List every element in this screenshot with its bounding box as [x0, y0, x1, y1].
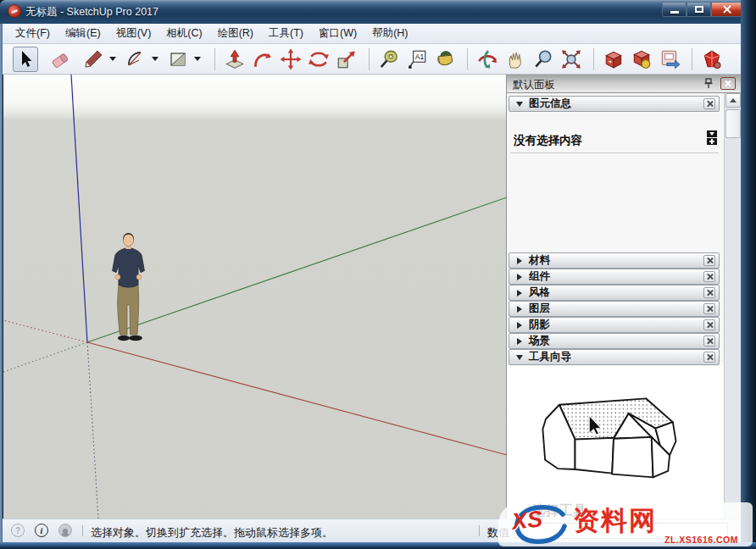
section-label: 风格: [529, 286, 550, 300]
pin-icon[interactable]: [703, 78, 714, 89]
window-border: [0, 24, 3, 542]
title-bar: 无标题 - SketchUp Pro 2017: [0, 0, 756, 24]
section-close-button[interactable]: [703, 255, 715, 266]
extension-warehouse-gem-icon: [701, 48, 723, 70]
entity-info-close-button[interactable]: [703, 98, 715, 109]
watermark-url: ZL.XS1616.COM: [664, 535, 738, 545]
rotate-tool-button[interactable]: [306, 47, 331, 72]
plus-icon: [709, 139, 714, 144]
close-button[interactable]: [711, 2, 743, 17]
select-icon: [15, 49, 36, 69]
follow-me-tool-button[interactable]: [250, 47, 275, 72]
layout-sheet-icon: [659, 48, 681, 70]
section-label: 阴影: [529, 318, 550, 332]
move-icon: [280, 48, 302, 70]
menu-edit[interactable]: 编辑(E): [58, 25, 108, 42]
zoom-tool-button[interactable]: [531, 47, 556, 72]
model-viewport[interactable]: [3, 75, 507, 518]
section-shadows[interactable]: 阴影: [509, 317, 720, 333]
chevron-up-icon: [730, 98, 737, 103]
menu-draw[interactable]: 绘图(R): [210, 25, 261, 42]
pan-tool-button[interactable]: [503, 47, 528, 72]
extension-warehouse-button[interactable]: [699, 47, 725, 72]
section-layers[interactable]: 图层: [509, 301, 720, 317]
menu-view[interactable]: 视图(V): [108, 25, 159, 42]
tray-title: 默认面板: [513, 78, 555, 92]
text-tool-button[interactable]: A1: [404, 47, 430, 72]
close-icon: [707, 354, 713, 360]
entity-info-header[interactable]: 图元信息: [509, 96, 720, 112]
push-pull-tool-button[interactable]: [222, 47, 247, 72]
menu-bar: 文件(F) 编辑(E) 视图(V) 相机(C) 绘图(R) 工具(T) 窗口(W…: [3, 24, 741, 44]
line-tool-dropdown[interactable]: [109, 57, 116, 61]
section-close-button[interactable]: [703, 319, 715, 330]
tray-title-bar[interactable]: 默认面板: [507, 75, 741, 93]
rectangle-tool-dropdown[interactable]: [194, 57, 201, 61]
status-hint: 选择对象。切换到扩充选择。拖动鼠标选择多项。: [91, 525, 333, 541]
arc-tool-button[interactable]: [123, 47, 148, 72]
tray-close-button[interactable]: [720, 77, 736, 90]
section-instructor[interactable]: 工具向导: [509, 349, 720, 365]
entity-info-details-toggle[interactable]: [707, 130, 717, 145]
select-tool-button[interactable]: [13, 47, 38, 72]
menu-window[interactable]: 窗口(W): [311, 25, 364, 42]
credits-info-icon[interactable]: i: [35, 524, 48, 537]
close-icon: [723, 5, 731, 14]
3d-warehouse-button[interactable]: [601, 47, 626, 72]
section-close-button[interactable]: [703, 336, 715, 347]
chevron-right-icon: [517, 306, 522, 313]
close-icon: [707, 258, 713, 263]
move-tool-button[interactable]: [278, 47, 303, 72]
section-materials[interactable]: 材料: [509, 252, 720, 269]
menu-file[interactable]: 文件(F): [8, 25, 58, 42]
arc-tool-dropdown[interactable]: [152, 57, 158, 61]
sign-in-avatar-icon[interactable]: [58, 524, 72, 537]
scale-icon: [336, 48, 358, 70]
section-label: 工具向导: [529, 350, 571, 364]
section-styles[interactable]: 风格: [509, 285, 720, 301]
scrollbar-thumb[interactable]: [725, 109, 741, 138]
minimize-button[interactable]: [662, 2, 687, 17]
maximize-button[interactable]: [687, 2, 711, 17]
scrollbar-up-button[interactable]: [725, 93, 741, 108]
eraser-tool-button[interactable]: [47, 47, 73, 72]
line-tool-button[interactable]: [81, 47, 106, 72]
toolbar-separator: [692, 48, 692, 70]
follow-me-icon: [252, 48, 274, 70]
section-close-button[interactable]: [703, 271, 715, 282]
entity-info-label: 图元信息: [529, 97, 571, 111]
section-components[interactable]: 组件: [509, 269, 720, 285]
menu-help[interactable]: 帮助(H): [364, 25, 415, 42]
menu-camera[interactable]: 相机(C): [158, 25, 209, 42]
maximize-icon: [695, 6, 703, 13]
tape-measure-tool-button[interactable]: [376, 47, 402, 72]
section-close-button[interactable]: [703, 303, 715, 314]
pencil-icon: [83, 49, 103, 69]
send-to-layout-button[interactable]: [657, 47, 682, 72]
rectangle-icon: [168, 49, 188, 69]
scale-tool-button[interactable]: [334, 47, 359, 72]
menu-tools[interactable]: 工具(T): [261, 25, 311, 42]
paint-bucket-tool-button[interactable]: [432, 47, 458, 72]
close-icon: [707, 306, 713, 312]
zoom-extents-tool-button[interactable]: [559, 47, 584, 72]
tape-measure-icon: [378, 48, 400, 70]
rectangle-tool-button[interactable]: [165, 47, 191, 72]
eraser-icon: [50, 49, 70, 69]
section-close-button[interactable]: [703, 352, 715, 363]
viewport-canvas: [3, 75, 507, 518]
section-close-button[interactable]: [703, 287, 715, 298]
section-scenes[interactable]: 场景: [509, 333, 720, 349]
close-icon: [707, 322, 713, 328]
section-label: 材料: [529, 253, 550, 268]
panel-scrollbar[interactable]: [724, 93, 741, 518]
chevron-right-icon: [517, 322, 522, 329]
watermark-name: 资料网: [573, 503, 657, 539]
orbit-tool-button[interactable]: [475, 47, 500, 72]
chevron-right-icon: [517, 274, 522, 280]
share-model-button[interactable]: [629, 47, 654, 72]
text-icon: A1: [406, 48, 428, 70]
tray-body: 图元信息 没有选择内容 材料 组件 风格 图层: [507, 93, 724, 518]
geolocation-status-icon[interactable]: ?: [11, 524, 25, 537]
paint-bucket-icon: [434, 48, 456, 70]
